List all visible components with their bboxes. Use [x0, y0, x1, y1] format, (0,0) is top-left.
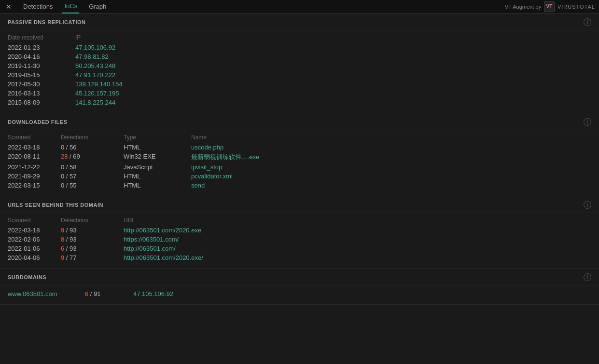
subdomain-ip[interactable]: 47.105.106.92	[133, 290, 230, 297]
url-detections: 6 / 93	[61, 245, 124, 252]
subdomains-table: www.063501.com 6 / 91 47.105.106.92	[0, 285, 599, 304]
files-col-scanned: Scanned	[8, 134, 61, 141]
file-name[interactable]: pcvalidator.xml	[191, 173, 591, 180]
url-scanned: 2022-03-18	[8, 227, 61, 234]
url-detections: 9 / 93	[61, 227, 124, 234]
urls-table: Scanned Detections URL 2022-03-18 9 / 93…	[0, 213, 599, 268]
urls-title: URLS SEEN BEHIND THIS DOMAIN	[8, 202, 103, 208]
main-content: PASSIVE DNS REPLICATION i Date resolved …	[0, 13, 599, 305]
url-scanned: 2020-04-06	[8, 254, 61, 261]
dns-date: 2017-05-30	[8, 81, 75, 88]
url-detections: 8 / 93	[61, 236, 124, 243]
file-scanned: 2022-03-18	[8, 144, 61, 151]
files-col-type: Type	[124, 134, 191, 141]
file-scanned: 2020-08-11	[8, 153, 61, 162]
file-detections: 0 / 57	[61, 173, 124, 180]
header: ✕ Detections IoCs Graph VT Augment by VT…	[0, 0, 599, 13]
tab-graph[interactable]: Graph	[87, 0, 108, 13]
dns-date: 2016-03-13	[8, 90, 75, 97]
file-detections: 0 / 58	[61, 163, 124, 171]
urls-table-row: 2022-03-18 9 / 93 http://063501.com/2020…	[8, 226, 591, 235]
subdomain-detections: 6 / 91	[85, 290, 133, 297]
subdomain-table-row: www.063501.com 6 / 91 47.105.106.92	[8, 289, 591, 298]
dns-date: 2022-01-23	[8, 44, 75, 51]
dns-date: 2020-04-16	[8, 53, 75, 60]
urls-col-scanned: Scanned	[8, 217, 61, 224]
files-col-name: Name	[191, 134, 591, 141]
passive-dns-info-icon[interactable]: i	[584, 18, 591, 26]
dns-date: 2015-08-09	[8, 99, 75, 106]
file-name[interactable]: uscode.php	[191, 144, 591, 151]
file-name[interactable]: 最新弱视训练软件二.exe	[191, 153, 591, 162]
dns-date: 2019-11-30	[8, 62, 75, 69]
files-table-row: 2022-03-15 0 / 55 HTML send	[8, 181, 591, 190]
urls-col-detections: Detections	[61, 217, 124, 224]
file-detections: 28 / 69	[61, 153, 124, 162]
file-name[interactable]: ipvisit_stop	[191, 163, 591, 171]
file-scanned: 2022-03-15	[8, 182, 61, 189]
file-detections: 0 / 55	[61, 182, 124, 189]
dns-ip[interactable]: 47.91.170.222	[75, 71, 172, 79]
url-value[interactable]: http://063501.com/2020.exe	[124, 227, 591, 234]
dns-ip[interactable]: 141.8.225.244	[75, 99, 172, 106]
dns-date: 2019-05-15	[8, 71, 75, 79]
downloaded-files-info-icon[interactable]: i	[584, 118, 591, 126]
dns-ip[interactable]: 139.129.140.154	[75, 81, 172, 88]
urls-table-row: 2020-04-06 9 / 77 http://063501.com/2020…	[8, 253, 591, 262]
file-detections: 0 / 56	[61, 144, 124, 151]
urls-info-icon[interactable]: i	[584, 201, 591, 209]
files-table-header: Scanned Detections Type Name	[8, 134, 591, 141]
files-table-row: 2020-08-11 28 / 69 Win32 EXE 最新弱视训练软件二.e…	[8, 152, 591, 162]
vt-augment-text: VT Augment by	[505, 4, 541, 10]
url-scanned: 2022-02-06	[8, 236, 61, 243]
downloaded-files-section: DOWNLOADED FILES i Scanned Detections Ty…	[0, 113, 599, 196]
url-scanned: 2022-01-06	[8, 245, 61, 252]
subdomains-info-icon[interactable]: i	[584, 273, 591, 281]
dns-ip[interactable]: 45.120.157.195	[75, 90, 172, 97]
dns-table-header: Date resolved IP	[8, 34, 591, 41]
files-table-row: 2021-12-22 0 / 58 JavaScript ipvisit_sto…	[8, 162, 591, 172]
file-scanned: 2021-12-22	[8, 163, 61, 171]
dns-col-date: Date resolved	[8, 34, 75, 41]
downloaded-files-title: DOWNLOADED FILES	[8, 119, 68, 125]
urls-table-row: 2022-01-06 6 / 93 http://063501.com/	[8, 244, 591, 253]
dns-ip[interactable]: 47.105.106.92	[75, 44, 172, 51]
subdomains-section: SUBDOMAINS i www.063501.com 6 / 91 47.10…	[0, 269, 599, 305]
dns-table-row: 2020-04-16 47.98.81.82	[8, 52, 591, 61]
dns-table-row: 2022-01-23 47.105.106.92	[8, 43, 591, 52]
dns-ip[interactable]: 60.205.43.248	[75, 62, 172, 69]
urls-section: URLS SEEN BEHIND THIS DOMAIN i Scanned D…	[0, 196, 599, 269]
files-col-detections: Detections	[61, 134, 124, 141]
url-value[interactable]: http://063501.com/	[124, 245, 591, 252]
file-type: Win32 EXE	[124, 153, 191, 162]
urls-table-header: Scanned Detections URL	[8, 217, 591, 224]
urls-header: URLS SEEN BEHIND THIS DOMAIN i	[0, 196, 599, 213]
close-button[interactable]: ✕	[4, 2, 14, 12]
vt-branding: VT Augment by VT VIRUSTOTAL	[505, 1, 595, 12]
dns-col-ip: IP	[75, 34, 172, 41]
downloaded-files-header: DOWNLOADED FILES i	[0, 113, 599, 130]
urls-col-url: URL	[124, 217, 591, 224]
url-detections: 9 / 77	[61, 254, 124, 261]
files-table: Scanned Detections Type Name 2022-03-18 …	[0, 130, 599, 196]
urls-table-row: 2022-02-06 8 / 93 https://063501.com/	[8, 235, 591, 244]
subdomain-name[interactable]: www.063501.com	[8, 290, 85, 297]
file-name[interactable]: send	[191, 182, 591, 189]
url-value[interactable]: https://063501.com/	[124, 236, 591, 243]
dns-table: Date resolved IP 2022-01-23 47.105.106.9…	[0, 30, 599, 113]
subdomains-title: SUBDOMAINS	[8, 274, 46, 280]
dns-table-row: 2015-08-09 141.8.225.244	[8, 98, 591, 107]
virustotal-label: VIRUSTOTAL	[557, 4, 595, 10]
file-type: HTML	[124, 144, 191, 151]
passive-dns-title: PASSIVE DNS REPLICATION	[8, 19, 85, 25]
dns-table-row: 2017-05-30 139.129.140.154	[8, 80, 591, 89]
dns-ip[interactable]: 47.98.81.82	[75, 53, 172, 60]
files-table-row: 2022-03-18 0 / 56 HTML uscode.php	[8, 143, 591, 152]
tab-iocs[interactable]: IoCs	[62, 0, 79, 13]
file-scanned: 2021-09-29	[8, 173, 61, 180]
passive-dns-section: PASSIVE DNS REPLICATION i Date resolved …	[0, 13, 599, 113]
file-type: HTML	[124, 182, 191, 189]
tab-detections[interactable]: Detections	[21, 0, 55, 13]
dns-table-row: 2019-11-30 60.205.43.248	[8, 61, 591, 70]
url-value[interactable]: http://063501.com/2020.exe/	[124, 254, 591, 261]
